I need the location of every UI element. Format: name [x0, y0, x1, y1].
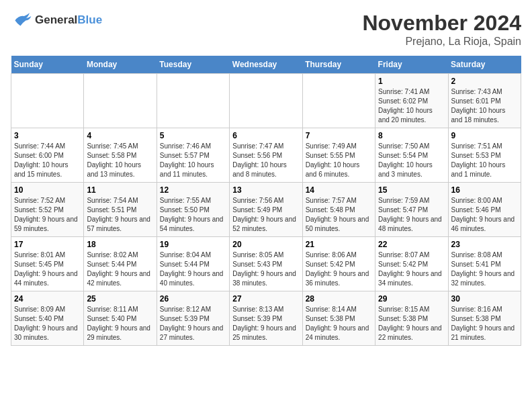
calendar-cell: 25Sunrise: 8:11 AM Sunset: 5:40 PM Dayli…	[84, 291, 157, 346]
calendar-cell: 30Sunrise: 8:16 AM Sunset: 5:38 PM Dayli…	[448, 291, 521, 346]
day-number: 4	[87, 131, 153, 140]
day-number: 23	[451, 240, 518, 249]
calendar-cell: 9Sunrise: 7:51 AM Sunset: 5:53 PM Daylig…	[448, 128, 521, 183]
day-info: Sunrise: 7:52 AM Sunset: 5:52 PM Dayligh…	[14, 196, 81, 234]
location: Prejano, La Rioja, Spain	[362, 36, 521, 48]
day-info: Sunrise: 7:46 AM Sunset: 5:57 PM Dayligh…	[160, 142, 226, 179]
calendar-cell: 29Sunrise: 8:15 AM Sunset: 5:38 PM Dayli…	[375, 291, 448, 346]
calendar-cell: 16Sunrise: 8:00 AM Sunset: 5:46 PM Dayli…	[448, 183, 521, 237]
day-number: 5	[160, 131, 226, 140]
day-info: Sunrise: 8:14 AM Sunset: 5:38 PM Dayligh…	[306, 305, 372, 342]
day-info: Sunrise: 7:44 AM Sunset: 6:00 PM Dayligh…	[14, 142, 81, 179]
day-info: Sunrise: 7:50 AM Sunset: 5:54 PM Dayligh…	[378, 142, 445, 179]
day-number: 17	[14, 240, 81, 249]
calendar-cell: 2Sunrise: 7:43 AM Sunset: 6:01 PM Daylig…	[448, 74, 521, 128]
day-number: 1	[378, 77, 445, 86]
calendar-cell: 21Sunrise: 8:06 AM Sunset: 5:42 PM Dayli…	[302, 237, 375, 291]
column-header-sunday: Sunday	[11, 56, 84, 74]
calendar-cell: 7Sunrise: 7:49 AM Sunset: 5:55 PM Daylig…	[302, 128, 375, 183]
logo: GeneralBlue	[11, 11, 102, 30]
day-number: 26	[160, 294, 226, 304]
calendar-cell	[230, 74, 302, 128]
column-header-wednesday: Wednesday	[230, 56, 302, 74]
calendar-cell: 23Sunrise: 8:08 AM Sunset: 5:41 PM Dayli…	[448, 237, 521, 291]
calendar-cell	[302, 74, 375, 128]
month-title: November 2024	[362, 11, 521, 36]
day-number: 30	[451, 294, 518, 304]
day-number: 25	[87, 294, 153, 304]
calendar-cell: 26Sunrise: 8:12 AM Sunset: 5:39 PM Dayli…	[157, 291, 229, 346]
logo-text: GeneralBlue	[35, 13, 102, 27]
day-info: Sunrise: 7:54 AM Sunset: 5:51 PM Dayligh…	[87, 196, 153, 234]
day-info: Sunrise: 8:12 AM Sunset: 5:39 PM Dayligh…	[160, 305, 226, 342]
day-number: 21	[306, 240, 372, 249]
day-info: Sunrise: 8:06 AM Sunset: 5:42 PM Dayligh…	[306, 250, 372, 288]
day-info: Sunrise: 8:04 AM Sunset: 5:44 PM Dayligh…	[160, 250, 226, 288]
day-number: 10	[14, 185, 81, 195]
day-info: Sunrise: 8:15 AM Sunset: 5:38 PM Dayligh…	[378, 305, 445, 342]
day-number: 13	[232, 185, 299, 195]
calendar-cell: 8Sunrise: 7:50 AM Sunset: 5:54 PM Daylig…	[375, 128, 448, 183]
day-number: 20	[232, 240, 299, 249]
day-info: Sunrise: 7:55 AM Sunset: 5:50 PM Dayligh…	[160, 196, 226, 234]
day-number: 24	[14, 294, 81, 304]
column-header-friday: Friday	[375, 56, 448, 74]
calendar-week-1: 1Sunrise: 7:41 AM Sunset: 6:02 PM Daylig…	[11, 74, 521, 128]
day-number: 7	[306, 131, 372, 140]
column-header-tuesday: Tuesday	[157, 56, 229, 74]
column-header-monday: Monday	[84, 56, 157, 74]
day-info: Sunrise: 8:02 AM Sunset: 5:44 PM Dayligh…	[87, 250, 153, 288]
calendar-week-3: 10Sunrise: 7:52 AM Sunset: 5:52 PM Dayli…	[11, 183, 521, 237]
calendar-cell: 5Sunrise: 7:46 AM Sunset: 5:57 PM Daylig…	[157, 128, 229, 183]
calendar-cell	[84, 74, 157, 128]
calendar-cell: 20Sunrise: 8:05 AM Sunset: 5:43 PM Dayli…	[230, 237, 302, 291]
logo-icon	[11, 11, 32, 30]
calendar-cell: 22Sunrise: 8:07 AM Sunset: 5:42 PM Dayli…	[375, 237, 448, 291]
calendar-cell: 28Sunrise: 8:14 AM Sunset: 5:38 PM Dayli…	[302, 291, 375, 346]
day-number: 2	[451, 77, 518, 86]
day-info: Sunrise: 8:08 AM Sunset: 5:41 PM Dayligh…	[451, 250, 518, 288]
day-info: Sunrise: 8:09 AM Sunset: 5:40 PM Dayligh…	[14, 305, 81, 342]
day-info: Sunrise: 8:07 AM Sunset: 5:42 PM Dayligh…	[378, 250, 445, 288]
calendar-cell: 13Sunrise: 7:56 AM Sunset: 5:49 PM Dayli…	[230, 183, 302, 237]
calendar-cell: 4Sunrise: 7:45 AM Sunset: 5:58 PM Daylig…	[84, 128, 157, 183]
day-number: 27	[232, 294, 299, 304]
day-number: 29	[378, 294, 445, 304]
day-info: Sunrise: 8:01 AM Sunset: 5:45 PM Dayligh…	[14, 250, 81, 288]
column-header-thursday: Thursday	[302, 56, 375, 74]
calendar-table: SundayMondayTuesdayWednesdayThursdayFrid…	[11, 56, 521, 346]
day-number: 14	[306, 185, 372, 195]
column-header-saturday: Saturday	[448, 56, 521, 74]
day-info: Sunrise: 7:56 AM Sunset: 5:49 PM Dayligh…	[232, 196, 299, 234]
calendar-cell	[157, 74, 229, 128]
day-info: Sunrise: 7:49 AM Sunset: 5:55 PM Dayligh…	[306, 142, 372, 179]
calendar-cell: 18Sunrise: 8:02 AM Sunset: 5:44 PM Dayli…	[84, 237, 157, 291]
day-number: 6	[232, 131, 299, 140]
calendar-cell: 15Sunrise: 7:59 AM Sunset: 5:47 PM Dayli…	[375, 183, 448, 237]
day-info: Sunrise: 7:51 AM Sunset: 5:53 PM Dayligh…	[451, 142, 518, 179]
day-info: Sunrise: 8:16 AM Sunset: 5:38 PM Dayligh…	[451, 305, 518, 342]
day-number: 3	[14, 131, 81, 140]
calendar-header-row: SundayMondayTuesdayWednesdayThursdayFrid…	[11, 56, 521, 74]
day-number: 12	[160, 185, 226, 195]
page-header: GeneralBlue November 2024 Prejano, La Ri…	[11, 11, 521, 48]
calendar-cell: 24Sunrise: 8:09 AM Sunset: 5:40 PM Dayli…	[11, 291, 84, 346]
day-number: 19	[160, 240, 226, 249]
calendar-cell: 11Sunrise: 7:54 AM Sunset: 5:51 PM Dayli…	[84, 183, 157, 237]
day-number: 16	[451, 185, 518, 195]
day-number: 28	[306, 294, 372, 304]
calendar-week-4: 17Sunrise: 8:01 AM Sunset: 5:45 PM Dayli…	[11, 237, 521, 291]
day-info: Sunrise: 8:11 AM Sunset: 5:40 PM Dayligh…	[87, 305, 153, 342]
day-info: Sunrise: 7:59 AM Sunset: 5:47 PM Dayligh…	[378, 196, 445, 234]
calendar-cell: 17Sunrise: 8:01 AM Sunset: 5:45 PM Dayli…	[11, 237, 84, 291]
day-number: 22	[378, 240, 445, 249]
calendar-week-2: 3Sunrise: 7:44 AM Sunset: 6:00 PM Daylig…	[11, 128, 521, 183]
calendar-cell: 6Sunrise: 7:47 AM Sunset: 5:56 PM Daylig…	[230, 128, 302, 183]
calendar-cell: 27Sunrise: 8:13 AM Sunset: 5:39 PM Dayli…	[230, 291, 302, 346]
day-number: 9	[451, 131, 518, 140]
title-section: November 2024 Prejano, La Rioja, Spain	[362, 11, 521, 48]
calendar-cell	[11, 74, 84, 128]
day-info: Sunrise: 8:13 AM Sunset: 5:39 PM Dayligh…	[232, 305, 299, 342]
calendar-cell: 10Sunrise: 7:52 AM Sunset: 5:52 PM Dayli…	[11, 183, 84, 237]
calendar-cell: 19Sunrise: 8:04 AM Sunset: 5:44 PM Dayli…	[157, 237, 229, 291]
